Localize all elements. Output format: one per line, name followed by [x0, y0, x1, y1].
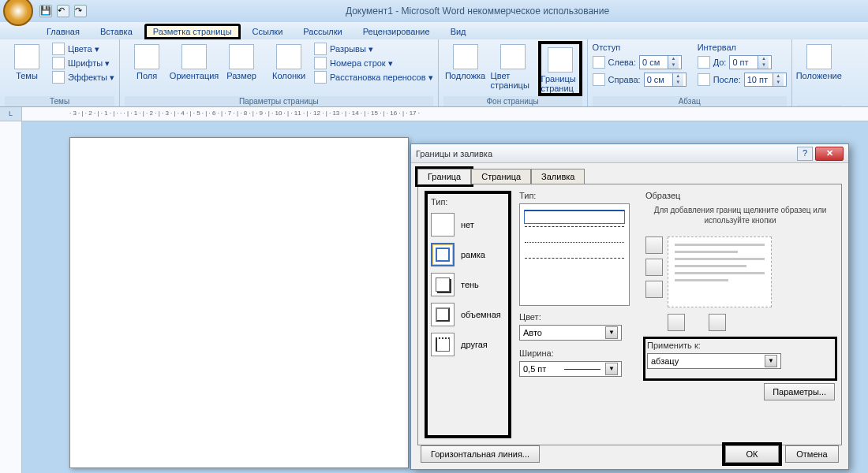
hyphenation-button[interactable]: Расстановка переносов ▾ — [314, 71, 433, 84]
setting-none[interactable]: нет — [431, 213, 505, 236]
spacing-title: Интервал — [698, 43, 787, 52]
document-page[interactable] — [69, 137, 409, 468]
indent-right-label: Справа: — [608, 75, 641, 84]
setting-custom[interactable]: другая — [431, 333, 505, 356]
ok-button[interactable]: ОК — [725, 445, 779, 463]
color-label: Цвет: — [519, 312, 638, 322]
setting-box[interactable]: рамка — [431, 243, 505, 266]
themes-button[interactable]: Темы — [5, 41, 49, 80]
style-dotted[interactable] — [525, 242, 624, 255]
indent-title: Отступ — [593, 43, 687, 52]
border-middle-button[interactable] — [645, 259, 663, 276]
orientation-button[interactable]: Ориентация — [172, 41, 216, 80]
group-label-pagebg: Фон страницы — [443, 96, 582, 106]
apply-to-label: Применить к: — [647, 341, 833, 350]
chevron-down-icon: ▼ — [765, 355, 777, 367]
dialog-tab-border[interactable]: Граница — [417, 169, 471, 184]
line-numbers-button[interactable]: Номера строк ▾ — [314, 57, 433, 69]
undo-icon[interactable]: ↶ — [57, 5, 69, 17]
ruler-corner: L — [0, 107, 22, 121]
ruler-vertical[interactable] — [0, 121, 22, 473]
setting-3d[interactable]: объемная — [431, 303, 505, 326]
dialog-close-button[interactable]: ✕ — [815, 147, 844, 161]
options-button[interactable]: Параметры... — [764, 383, 835, 400]
fonts-icon — [52, 57, 65, 69]
style-solid[interactable] — [525, 210, 624, 223]
indent-right-input[interactable]: 0 см▲▼ — [644, 73, 687, 87]
position-button[interactable]: Положение — [797, 41, 841, 80]
border-style-column: Тип: Цвет: Авто▼ Ширина: 0,5 пт▼ — [519, 191, 638, 438]
dialog-tab-page[interactable]: Страница — [471, 169, 531, 184]
border-right-button[interactable] — [709, 314, 726, 331]
theme-fonts-button[interactable]: Шрифты ▾ — [52, 57, 114, 69]
size-button[interactable]: Размер — [219, 41, 264, 80]
columns-button[interactable]: Колонки — [267, 41, 311, 80]
style-dashdot-2[interactable] — [525, 277, 624, 278]
watermark-icon — [453, 44, 478, 69]
dialog-tab-shading[interactable]: Заливка — [531, 169, 585, 184]
dialog-help-button[interactable]: ? — [797, 147, 813, 161]
hyphen-icon — [314, 71, 327, 84]
style-dashed-2[interactable] — [525, 258, 624, 270]
theme-colors-button[interactable]: Цвета ▾ — [52, 43, 114, 55]
tab-references[interactable]: Ссылки — [244, 24, 292, 39]
window-title: Документ1 - Microsoft Word некоммерческо… — [87, 6, 868, 17]
dialog-footer: Горизонтальная линия... ОК Отмена — [421, 445, 839, 463]
group-arrange: Положение — [792, 39, 846, 106]
tab-page-layout[interactable]: Разметка страницы — [144, 24, 241, 39]
cancel-button[interactable]: Отмена — [785, 445, 839, 463]
style-dashed[interactable] — [525, 226, 624, 239]
style-list[interactable] — [519, 203, 630, 306]
save-icon[interactable]: 💾 — [39, 5, 52, 17]
setting-label: Тип: — [431, 197, 505, 207]
space-before-input[interactable]: 0 пт▲▼ — [729, 55, 772, 69]
dialog-body: Тип: нет рамка тень объемная другая Тип:… — [417, 184, 842, 445]
theme-effects-button[interactable]: Эффекты ▾ — [52, 71, 114, 84]
page-borders-button[interactable]: Границы страниц — [538, 41, 582, 96]
group-page-setup: Поля Ориентация Размер Колонки Разрывы ▾… — [120, 39, 439, 106]
ribbon-tabs: Главная Вставка Разметка страницы Ссылки… — [0, 22, 868, 39]
border-top-button[interactable] — [645, 236, 663, 254]
border-bottom-button[interactable] — [645, 281, 663, 298]
indent-left-input[interactable]: 0 см▲▼ — [639, 55, 682, 69]
dialog-titlebar: Границы и заливка ? ✕ — [411, 144, 848, 163]
title-bar: 💾 ↶ ↷ Документ1 - Microsoft Word некомме… — [0, 0, 868, 22]
dialog-tabs: Граница Страница Заливка — [411, 163, 848, 184]
group-label-arrange — [797, 105, 841, 106]
ruler-horizontal[interactable]: · 3 · | · 2 · | · 1 · | · · · | · 1 · | … — [22, 107, 868, 121]
chevron-down-icon: ▼ — [605, 363, 618, 375]
width-combo[interactable]: 0,5 пт▼ — [519, 361, 622, 377]
ribbon: Темы Цвета ▾ Шрифты ▾ Эффекты ▾ Темы Пол… — [0, 39, 868, 107]
setting-shadow[interactable]: тень — [431, 273, 505, 296]
breaks-button[interactable]: Разрывы ▾ — [314, 43, 433, 55]
themes-icon — [14, 44, 39, 69]
tab-insert[interactable]: Вставка — [92, 24, 141, 39]
apply-to-row: Применить к: абзацу▼ — [645, 339, 835, 378]
tab-mailings[interactable]: Рассылки — [294, 24, 350, 39]
space-after-input[interactable]: 10 пт▲▼ — [744, 73, 787, 87]
breaks-icon — [314, 43, 327, 55]
page-color-button[interactable]: Цвет страницы — [491, 41, 535, 90]
margins-icon — [134, 44, 159, 69]
space-before-label: До: — [713, 58, 727, 67]
border-left-button[interactable] — [668, 314, 685, 331]
color-combo[interactable]: Авто▼ — [519, 325, 622, 341]
redo-icon[interactable]: ↷ — [74, 5, 87, 17]
margins-button[interactable]: Поля — [125, 41, 169, 80]
indent-left-label: Слева: — [608, 58, 636, 67]
horizontal-line-button[interactable]: Горизонтальная линия... — [421, 445, 540, 463]
border-preview[interactable] — [668, 236, 772, 307]
space-after-label: После: — [713, 75, 741, 84]
style-dashdot[interactable] — [525, 274, 624, 274]
pagecolor-icon — [500, 44, 526, 69]
effects-icon — [52, 71, 65, 84]
tab-home[interactable]: Главная — [38, 24, 88, 39]
watermark-button[interactable]: Подложка — [443, 41, 488, 80]
orientation-icon — [181, 44, 207, 69]
apply-to-combo[interactable]: абзацу▼ — [647, 353, 781, 369]
style-label: Тип: — [519, 191, 638, 200]
colors-icon — [52, 43, 65, 55]
tab-review[interactable]: Рецензирование — [354, 24, 439, 39]
dialog-title: Границы и заливка — [416, 149, 797, 158]
tab-view[interactable]: Вид — [442, 24, 475, 39]
